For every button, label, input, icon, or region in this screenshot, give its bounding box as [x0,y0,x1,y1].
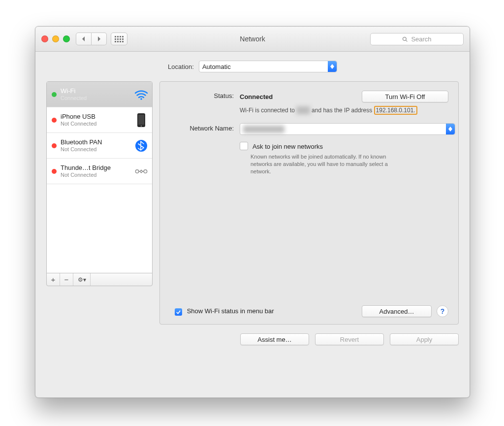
svg-rect-2 [138,115,144,125]
service-iphone-usb[interactable]: iPhone USB Not Connected [47,107,152,133]
add-service-button[interactable]: + [47,273,60,286]
search-icon [402,36,408,42]
service-name: Thunde…t Bridge [61,164,111,172]
service-name: iPhone USB [61,113,96,121]
location-value: Automatic [202,63,231,70]
service-status: Connected [61,95,87,101]
status-dot-disconnected-icon [52,143,57,148]
svg-point-5 [135,169,139,173]
chevron-right-icon [96,36,101,42]
network-name-label: Network Name: [175,123,234,132]
popup-stepper-icon [446,124,455,134]
search-field[interactable]: Search [370,33,464,45]
status-dot-connected-icon [52,92,57,97]
service-name: Bluetooth PAN [61,139,102,146]
close-window-button[interactable] [41,35,48,42]
apply-button[interactable]: Apply [390,333,459,345]
service-actions-menu[interactable]: ⚙︎▾ [73,273,91,286]
gear-icon: ⚙︎▾ [78,276,86,283]
popup-stepper-icon [328,61,337,72]
plus-icon: + [51,275,56,284]
service-bluetooth-pan[interactable]: Bluetooth PAN Not Connected [47,133,152,159]
iphone-icon [134,113,148,127]
network-name-popup[interactable] [240,123,455,135]
show-wifi-status-checkbox[interactable]: Show Wi-Fi status in menu bar [175,307,274,316]
network-ssid-blurred [296,106,310,114]
svg-point-0 [140,98,142,100]
location-row: Location: Automatic [35,61,470,72]
window-controls [41,35,70,42]
service-thunderbolt-bridge[interactable]: Thunde…t Bridge Not Connected [47,159,152,184]
help-icon: ? [441,307,445,315]
network-name-value-blurred [243,126,284,133]
services-sidebar: Wi-Fi Connected iPhone USB Not Connected [46,81,153,325]
svg-point-6 [144,169,147,173]
status-value: Connected [240,93,273,100]
wifi-icon [134,88,148,101]
bluetooth-icon [134,139,148,153]
revert-button[interactable]: Revert [315,333,384,345]
connection-info: Wi-Fi is connected to and has the IP add… [240,106,448,114]
nav-back-forward [76,33,107,45]
service-wifi[interactable]: Wi-Fi Connected [47,82,152,107]
grid-icon [115,36,124,42]
ip-address: 192.168.0.101. [374,106,417,115]
titlebar: Network Search [35,27,470,52]
back-button[interactable] [76,33,92,45]
turn-wifi-off-button[interactable]: Turn Wi-Fi Off [362,91,448,102]
status-dot-disconnected-icon [52,169,57,174]
chevron-left-icon [81,36,86,42]
minimize-window-button[interactable] [52,35,59,42]
known-networks-help: Known networks will be joined automatica… [251,153,398,175]
help-button[interactable]: ? [437,305,448,317]
location-popup[interactable]: Automatic [199,61,337,72]
bottom-button-bar: Assist me… Revert Apply [35,325,470,345]
show-all-button[interactable] [111,33,127,45]
svg-point-3 [141,125,142,127]
status-dot-disconnected-icon [52,118,57,123]
assist-me-button[interactable]: Assist me… [240,333,309,345]
checkbox-checked-icon [175,308,182,316]
network-preferences-window: Network Search Location: Automatic Wi-Fi [35,26,470,398]
advanced-button[interactable]: Advanced… [362,305,432,317]
zoom-window-button[interactable] [63,35,70,42]
service-status: Not Connected [61,121,96,127]
ask-to-join-checkbox[interactable]: Ask to join new networks [240,143,323,150]
location-label: Location: [168,63,194,70]
checkbox-empty-icon [240,142,248,150]
service-status: Not Connected [61,172,111,178]
service-status: Not Connected [61,146,102,153]
thunderbolt-bridge-icon [134,164,148,178]
minus-icon: − [64,275,69,284]
detail-panel: Status: Connected Turn Wi-Fi Off Wi-Fi i… [159,81,459,325]
sidebar-footer: + − ⚙︎▾ [46,273,153,286]
remove-service-button[interactable]: − [60,273,73,286]
status-label: Status: [175,91,234,99]
service-name: Wi-Fi [61,88,87,95]
search-placeholder: Search [411,35,431,43]
forward-button[interactable] [92,33,107,45]
